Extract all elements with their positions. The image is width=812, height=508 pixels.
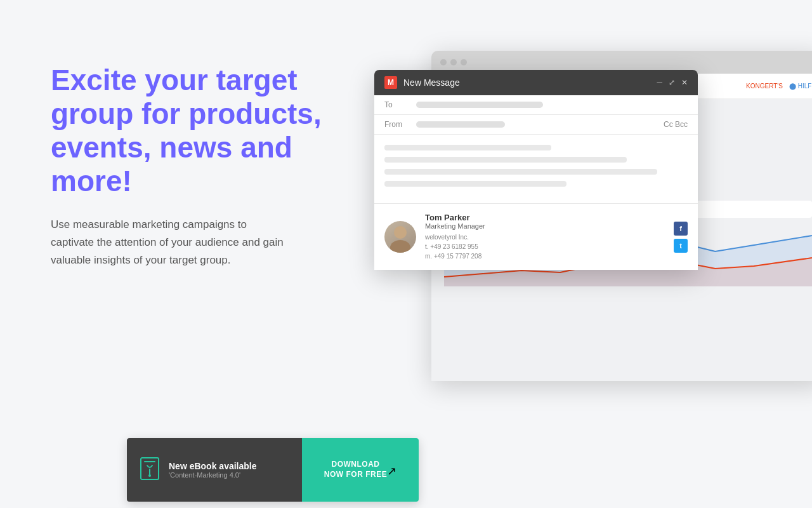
sig-info: Tom Parker Marketing Manager welovetyrol…: [425, 213, 665, 261]
nav-item-2[interactable]: ⬤ HILFE: [789, 83, 812, 90]
sig-name: Tom Parker: [425, 213, 665, 222]
to-input-line: [416, 102, 543, 108]
sub-text: Use measurable marketing campaigns to ca…: [51, 216, 292, 269]
gmail-body: To From Cc Bcc: [374, 95, 698, 270]
ebook-right[interactable]: DOWNLOADNOW FOR FREE ↗: [302, 438, 419, 502]
twitter-icon[interactable]: t: [674, 239, 688, 253]
text-line-1: [384, 145, 551, 150]
sig-company: welovetyrol Inc.: [425, 232, 665, 242]
sig-role: Marketing Manager: [425, 222, 665, 230]
text-line-2: [384, 157, 627, 163]
from-label: From: [384, 120, 410, 129]
gmail-text-area[interactable]: [374, 135, 698, 203]
close-icon[interactable]: ✕: [681, 78, 688, 87]
svg-point-4: [394, 226, 407, 239]
ebook-cta[interactable]: DOWNLOADNOW FOR FREE: [324, 460, 387, 479]
right-section: KONGERT'S ⬤ HILFE 321 80.215 9: [349, 51, 812, 432]
ebook-banner[interactable]: New eBook available 'Content-Marketing 4…: [127, 438, 419, 502]
sig-avatar-inner: [384, 221, 416, 253]
ebook-title: New eBook available: [169, 461, 257, 471]
ebook-left: New eBook available 'Content-Marketing 4…: [127, 438, 302, 502]
cursor-icon: ↗: [387, 464, 396, 478]
browser-dot-2: [450, 59, 457, 65]
gmail-to-field[interactable]: To: [374, 95, 698, 115]
gmail-compose: M New Message ─ ⤢ ✕ To From Cc Bcc: [374, 70, 698, 270]
nav-item-1[interactable]: KONGERT'S: [746, 83, 783, 90]
gmail-controls[interactable]: ─ ⤢ ✕: [657, 78, 688, 87]
sig-mobile: m. +49 15 7797 208: [425, 251, 665, 261]
sig-phone: t. +49 23 6182 955: [425, 242, 665, 251]
browser-dot-1: [440, 59, 447, 65]
from-input-line: [416, 121, 505, 128]
cc-bcc-label[interactable]: Cc Bcc: [664, 120, 688, 129]
gmail-from-field[interactable]: From Cc Bcc: [374, 115, 698, 135]
to-label: To: [384, 100, 410, 109]
gmail-header: M New Message ─ ⤢ ✕: [374, 70, 698, 95]
svg-point-7: [148, 474, 151, 477]
minimize-icon[interactable]: ─: [657, 78, 662, 87]
text-line-4: [384, 181, 566, 187]
browser-dot-3: [461, 59, 467, 65]
gmail-title-area: M New Message: [384, 76, 460, 89]
ebook-subtitle: 'Content-Marketing 4.0': [169, 471, 257, 479]
facebook-icon[interactable]: f: [674, 222, 688, 236]
sig-social: f t: [674, 222, 688, 253]
email-signature: Tom Parker Marketing Manager welovetyrol…: [374, 203, 698, 270]
text-line-3: [384, 169, 657, 175]
svg-point-5: [390, 240, 410, 253]
gmail-title: New Message: [403, 77, 460, 88]
expand-icon[interactable]: ⤢: [669, 78, 675, 87]
ebook-text: New eBook available 'Content-Marketing 4…: [169, 461, 257, 479]
main-headline: Excite your target group for products, e…: [51, 64, 324, 198]
gmail-icon: M: [384, 76, 397, 89]
sig-avatar: [384, 221, 416, 253]
left-section: Excite your target group for products, e…: [51, 64, 324, 269]
ebook-icon: [140, 457, 160, 484]
